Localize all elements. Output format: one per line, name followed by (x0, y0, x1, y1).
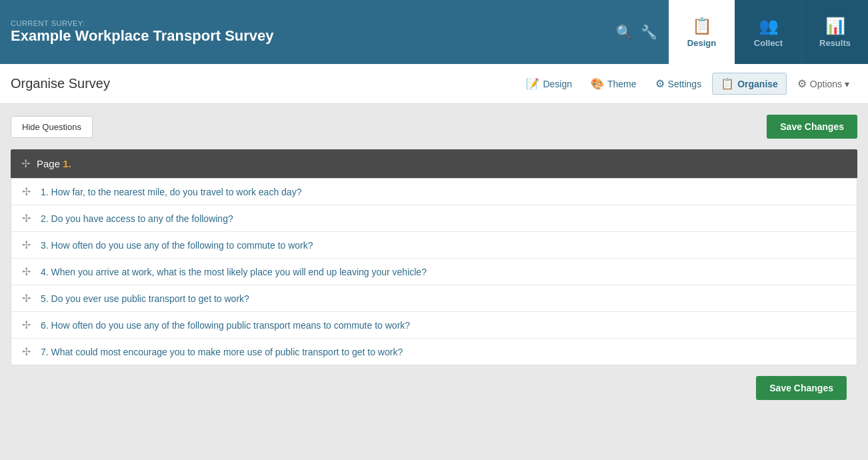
save-changes-button-bottom[interactable]: Save Changes (756, 376, 847, 400)
design-nav-icon: 📝 (526, 77, 539, 90)
settings-icon[interactable]: 🔧 (641, 24, 657, 40)
sub-nav: 📝 Design 🎨 Theme ⚙ Settings 📋 Organise ⚙… (518, 73, 857, 95)
design-tab-label: Design (687, 38, 716, 48)
question-drag-handle[interactable]: ✢ (22, 185, 33, 198)
nav-organise[interactable]: 📋 Organise (712, 73, 787, 95)
question-drag-handle[interactable]: ✢ (22, 345, 33, 358)
question-text: 4. When you arrive at work, what is the … (41, 267, 427, 277)
tab-design[interactable]: 📋 Design (668, 0, 735, 64)
question-drag-handle[interactable]: ✢ (22, 265, 33, 278)
question-text: 2. Do you have access to any of the foll… (41, 213, 233, 224)
options-nav-label: Options ▾ (810, 79, 849, 89)
page-number: 1. (63, 158, 71, 169)
page-title: Organise Survey (11, 76, 518, 91)
hide-questions-button[interactable]: Hide Questions (11, 116, 93, 138)
settings-nav-icon: ⚙ (655, 77, 665, 90)
options-nav-icon: ⚙ (797, 77, 807, 90)
nav-theme[interactable]: 🎨 Theme (583, 73, 645, 94)
question-row: ✢ 2. Do you have access to any of the fo… (11, 205, 857, 232)
question-text: 7. What could most encourage you to make… (41, 347, 403, 357)
top-toolbar: Hide Questions Save Changes (11, 115, 857, 139)
current-survey-label: CURRENT SURVEY: (11, 19, 605, 27)
collect-tab-label: Collect (754, 38, 783, 48)
top-nav-tabs: 📋 Design 👥 Collect 📊 Results (668, 0, 868, 64)
organise-nav-icon: 📋 (721, 77, 734, 90)
question-row: ✢ 4. When you arrive at work, what is th… (11, 259, 857, 285)
tab-results[interactable]: 📊 Results (801, 0, 868, 64)
nav-options[interactable]: ⚙ Options ▾ (789, 73, 857, 94)
organise-nav-label: Organise (737, 79, 778, 89)
tab-collect[interactable]: 👥 Collect (735, 0, 801, 64)
question-text: 3. How often do you use any of the follo… (41, 240, 313, 251)
search-icon[interactable]: 🔍 (616, 24, 633, 40)
question-drag-handle[interactable]: ✢ (22, 239, 33, 251)
question-drag-handle[interactable]: ✢ (22, 319, 33, 331)
main-content: Hide Questions Save Changes ✢ Page 1. ✢ … (0, 104, 868, 460)
page-drag-handle[interactable]: ✢ (21, 157, 30, 170)
theme-nav-icon: 🎨 (591, 77, 604, 90)
page-label: Page 1. (37, 158, 71, 169)
bottom-toolbar: Save Changes (11, 365, 857, 405)
question-text: 5. Do you ever use public transport to g… (41, 293, 249, 304)
collect-tab-icon: 👥 (759, 17, 779, 35)
save-changes-button-top[interactable]: Save Changes (767, 115, 857, 139)
question-row: ✢ 5. Do you ever use public transport to… (11, 285, 857, 312)
question-drag-handle[interactable]: ✢ (22, 292, 33, 305)
top-header: CURRENT SURVEY: Example Workplace Transp… (0, 0, 868, 64)
nav-settings[interactable]: ⚙ Settings (647, 73, 710, 94)
sub-header: Organise Survey 📝 Design 🎨 Theme ⚙ Setti… (0, 64, 868, 104)
design-tab-icon: 📋 (692, 17, 712, 35)
settings-nav-label: Settings (668, 79, 702, 89)
survey-title-area: CURRENT SURVEY: Example Workplace Transp… (11, 0, 605, 64)
survey-title: Example Workplace Transport Survey (11, 27, 605, 45)
question-text: 1. How far, to the nearest mile, do you … (41, 187, 301, 197)
questions-container: ✢ 1. How far, to the nearest mile, do yo… (11, 178, 857, 365)
design-nav-label: Design (543, 79, 572, 89)
results-tab-label: Results (819, 38, 851, 48)
question-row: ✢ 3. How often do you use any of the fol… (11, 232, 857, 259)
question-row: ✢ 6. How often do you use any of the fol… (11, 312, 857, 339)
question-drag-handle[interactable]: ✢ (22, 212, 33, 225)
question-row: ✢ 7. What could most encourage you to ma… (11, 339, 857, 365)
results-tab-icon: 📊 (825, 17, 845, 35)
page-header: ✢ Page 1. (11, 149, 857, 178)
top-header-icons: 🔍 🔧 (605, 0, 668, 64)
theme-nav-label: Theme (607, 79, 637, 89)
question-row: ✢ 1. How far, to the nearest mile, do yo… (11, 179, 857, 205)
question-text: 6. How often do you use any of the follo… (41, 320, 410, 331)
nav-design[interactable]: 📝 Design (518, 73, 580, 94)
